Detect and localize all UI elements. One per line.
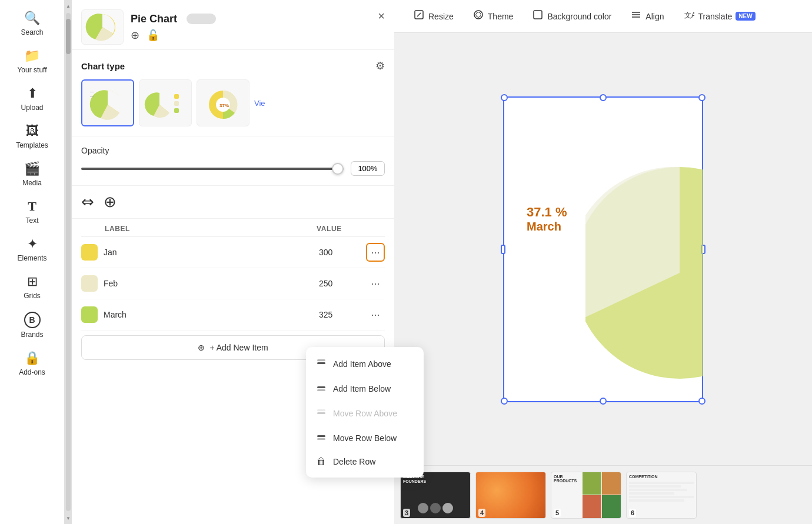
view-more-link[interactable]: Vie — [254, 99, 265, 108]
sidebar-item-brands[interactable]: B Brands — [0, 307, 64, 343]
handle-bottom-right[interactable] — [698, 398, 705, 405]
scroll-down-arrow[interactable]: ▼ — [65, 513, 72, 523]
text-icon: T — [28, 199, 36, 214]
film-thumb-6[interactable]: COMPETITION 6 — [626, 472, 697, 519]
row-menu-button-jan[interactable]: ··· — [366, 243, 385, 262]
move-above-icon — [315, 407, 327, 420]
upload-icon: ⬆ — [27, 86, 38, 101]
handle-top-right[interactable] — [698, 94, 705, 101]
context-add-below[interactable]: Add Item Below — [306, 376, 424, 401]
resize-icon — [413, 9, 425, 24]
resize-button[interactable]: Resize — [406, 5, 461, 27]
align-button[interactable]: Align — [623, 5, 671, 27]
theme-button[interactable]: Theme — [465, 5, 521, 27]
duplicate-icon[interactable]: ⊕ — [131, 29, 139, 42]
sidebar: 🔍 Search 📁 Your stuff ⬆ Upload 🖼 Templat… — [0, 0, 65, 524]
bg-color-button[interactable]: Background color — [525, 5, 618, 27]
plus-icon: ⊕ — [198, 343, 205, 352]
panel-header: Pie Chart ⊕ 🔓 × — [72, 0, 394, 50]
handle-top-left[interactable] — [501, 94, 508, 101]
row-menu-button-march[interactable]: ··· — [366, 305, 385, 324]
sidebar-item-grids[interactable]: ⊞ Grids — [0, 269, 64, 305]
color-swatch-feb[interactable] — [81, 275, 98, 292]
context-menu: Add Item Above Add Item Below Move Row A… — [306, 347, 424, 478]
opacity-label: Opacity — [81, 146, 385, 155]
sidebar-item-add-ons[interactable]: 🔒 Add-ons — [0, 346, 64, 381]
row-label-march: March — [104, 310, 319, 319]
row-menu-button-feb[interactable]: ··· — [366, 274, 385, 293]
context-move-below[interactable]: Move Row Below — [306, 426, 424, 450]
view-more-area[interactable]: Vie — [254, 99, 265, 108]
move-below-label: Move Row Below — [333, 433, 397, 443]
translate-button[interactable]: 文A Translate NEW — [675, 5, 762, 27]
scrollbar-track — [66, 13, 71, 511]
chart-type-section: Chart type ⚙ — — — [72, 50, 394, 136]
svg-rect-16 — [317, 409, 325, 411]
svg-rect-7 — [174, 108, 179, 113]
context-add-above[interactable]: Add Item Above — [306, 352, 424, 376]
sidebar-item-text[interactable]: T Text — [0, 194, 64, 229]
color-swatch-march[interactable] — [81, 306, 98, 323]
film-thumb-3[interactable]: MEET THEFOUNDERS 3 — [400, 472, 471, 519]
templates-icon: 🖼 — [26, 124, 39, 139]
canvas: 37.1 % March — [394, 33, 812, 465]
sidebar-item-label: Search — [21, 28, 43, 36]
sidebar-item-elements[interactable]: ✦ Elements — [0, 232, 64, 267]
sidebar-item-templates[interactable]: 🖼 Templates — [0, 119, 64, 154]
sidebar-item-label: Elements — [17, 254, 46, 262]
close-button[interactable]: × — [378, 9, 385, 23]
brands-icon: B — [24, 312, 41, 328]
panel-scrollbar[interactable]: ▲ ▼ — [65, 0, 72, 524]
slide-num-5: 5 — [554, 509, 561, 517]
flip-icon[interactable]: ⇔ — [81, 193, 94, 211]
filmstrip: MEET THEFOUNDERS 3 4 OURPRODUCTS — [394, 465, 812, 524]
move-below-icon — [315, 432, 327, 445]
handle-middle-left[interactable] — [501, 245, 505, 254]
chart-type-pie-legend[interactable] — [139, 79, 192, 126]
opacity-slider[interactable] — [81, 168, 344, 170]
context-move-above: Move Row Above — [306, 401, 424, 426]
handle-top-middle[interactable] — [600, 94, 607, 101]
delete-row-label: Delete Row — [333, 457, 375, 466]
sidebar-item-your-stuff[interactable]: 📁 Your stuff — [0, 44, 64, 79]
row-value-march: 325 — [319, 310, 366, 319]
scrollbar-thumb[interactable] — [66, 19, 71, 54]
data-table-header: LABEL VALUE — [81, 219, 385, 237]
scroll-up-arrow[interactable]: ▲ — [65, 1, 72, 11]
svg-rect-14 — [317, 389, 325, 391]
film-thumb-4[interactable]: 4 — [475, 472, 546, 519]
row-label-feb: Feb — [104, 279, 319, 288]
handle-bottom-middle[interactable] — [600, 398, 607, 405]
layer-icon[interactable]: ⊕ — [104, 193, 117, 211]
context-delete-row[interactable]: 🗑 Delete Row — [306, 450, 424, 473]
add-new-item-label: + Add New Item — [209, 343, 268, 352]
svg-rect-12 — [317, 359, 325, 361]
color-swatch-jan[interactable] — [81, 244, 98, 261]
chart-type-full-pie[interactable]: — — — [81, 79, 134, 126]
top-toolbar: Resize Theme Background color — [394, 0, 812, 33]
align-label: Align — [645, 12, 664, 21]
filter-icon[interactable]: ⚙ — [375, 59, 385, 72]
svg-rect-18 — [317, 438, 325, 440]
sidebar-item-upload[interactable]: ⬆ Upload — [0, 81, 64, 116]
col-color-header — [81, 225, 105, 233]
translate-icon: 文A — [683, 9, 694, 24]
lock-icon[interactable]: 🔓 — [147, 29, 159, 42]
handle-bottom-left[interactable] — [501, 398, 508, 405]
sidebar-item-label: Upload — [21, 104, 43, 112]
panel-icon-row: ⊕ 🔓 — [131, 29, 371, 42]
sidebar-item-label: Templates — [16, 141, 48, 149]
sidebar-item-search[interactable]: 🔍 Search — [0, 6, 64, 41]
film-thumb-5[interactable]: OURPRODUCTS 5 — [551, 472, 621, 519]
col-value-header: VALUE — [317, 225, 364, 233]
media-icon: 🎬 — [24, 161, 40, 176]
pie-chart-canvas — [585, 143, 703, 379]
delete-icon: 🗑 — [315, 456, 327, 467]
svg-text:37%: 37% — [219, 103, 229, 108]
sidebar-item-media[interactable]: 🎬 Media — [0, 156, 64, 192]
chart-type-donut[interactable]: 37% — [197, 79, 249, 126]
svg-rect-6 — [174, 101, 179, 106]
opacity-input[interactable]: 100% — [351, 161, 385, 176]
svg-rect-17 — [317, 435, 325, 437]
chart-label-container: 37.1 % March — [527, 204, 567, 233]
